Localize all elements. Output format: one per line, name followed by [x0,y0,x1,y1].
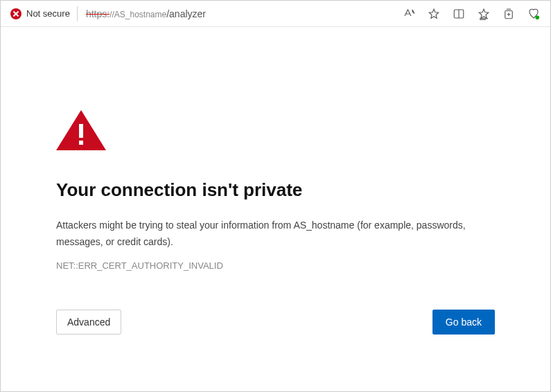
advanced-button[interactable]: Advanced [56,310,121,335]
url-slashes: // [110,10,114,19]
not-secure-icon [10,8,21,19]
security-badge[interactable]: Not secure [10,6,78,21]
favorites-icon[interactable] [477,7,491,21]
security-label: Not secure [26,8,70,19]
warning-triangle-icon [56,110,495,153]
address-bar: Not secure https://AS_hostname/analyzer [1,1,550,27]
error-desc-host: AS_hostname [293,220,354,231]
read-aloud-icon[interactable] [402,7,416,21]
favorite-star-icon[interactable] [427,7,441,21]
error-description: Attackers might be trying to steal your … [56,217,495,251]
button-row: Advanced Go back [56,310,495,335]
url-path: /analyzer [166,8,206,19]
url-host: AS_hostname [114,10,166,19]
split-screen-icon[interactable] [452,7,466,21]
collections-icon[interactable] [502,7,516,21]
browser-essentials-icon[interactable] [527,7,541,21]
error-title: Your connection isn't private [56,179,495,201]
url-protocol: https: [86,8,110,19]
error-code: NET::ERR_CERT_AUTHORITY_INVALID [56,260,495,271]
url-field[interactable]: https://AS_hostname/analyzer [83,8,396,19]
error-desc-prefix: Attackers might be trying to steal your … [56,220,293,231]
svg-rect-8 [79,124,83,138]
error-page-content: Your connection isn't private Attackers … [1,27,550,335]
go-back-button[interactable]: Go back [432,310,495,335]
svg-point-7 [536,16,539,19]
toolbar-icons [402,7,543,21]
svg-rect-9 [79,141,83,145]
